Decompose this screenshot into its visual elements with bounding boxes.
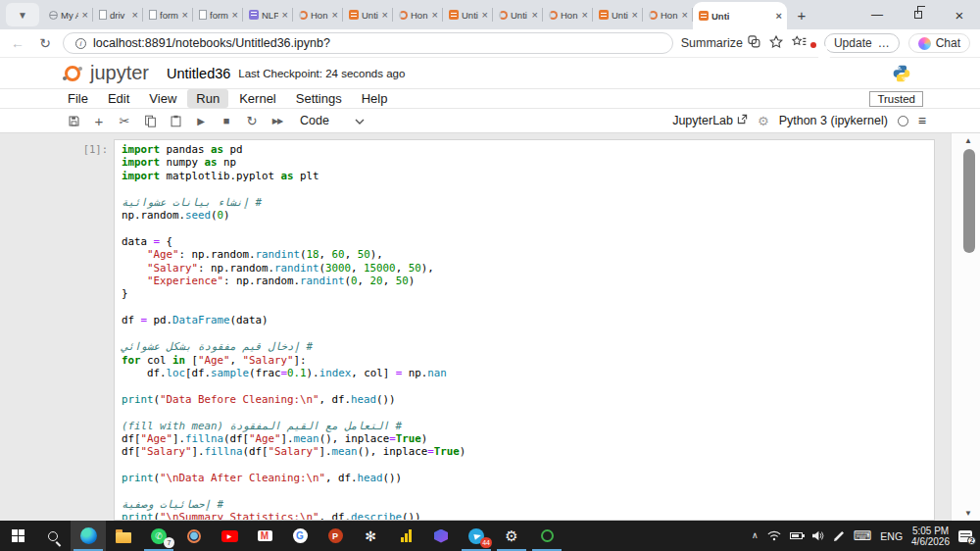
code-line[interactable]: for col in ["Age", "Salary"]:: [122, 354, 927, 367]
code-line[interactable]: df = pd.DataFrame(data): [122, 314, 927, 326]
collections-icon[interactable]: [792, 34, 807, 52]
browser-tab[interactable]: NLP×: [243, 2, 293, 27]
code-line[interactable]: }: [122, 287, 927, 300]
battery-icon[interactable]: [790, 532, 803, 539]
taskbar-recorder-app[interactable]: [529, 521, 564, 551]
scroll-down-icon[interactable]: ▼: [964, 509, 972, 518]
more-options-icon[interactable]: …: [878, 36, 890, 50]
tab-close-icon[interactable]: ×: [681, 10, 689, 21]
code-line[interactable]: df["Salary"].fillna(df["Salary"].mean(),…: [122, 445, 927, 458]
code-cell[interactable]: [1]: import pandas as pdimport numpy as …: [74, 139, 935, 521]
code-line[interactable]: [122, 485, 927, 498]
taskbar-search[interactable]: [35, 521, 71, 551]
taskbar-microsoft-365[interactable]: [423, 521, 459, 551]
run-cell-button[interactable]: ▶: [190, 111, 212, 130]
menu-run[interactable]: Run: [187, 89, 228, 108]
scroll-up-icon[interactable]: ▲: [964, 136, 972, 145]
hamburger-menu-icon[interactable]: ≡: [918, 113, 926, 128]
taskbar-powerpoint[interactable]: P: [318, 521, 353, 551]
cut-cell-button[interactable]: ✂: [114, 111, 135, 130]
browser-tab[interactable]: Hon×: [543, 2, 593, 27]
open-jupyterlab-link[interactable]: JupyterLab: [672, 114, 748, 127]
menu-edit[interactable]: Edit: [99, 89, 138, 108]
code-line[interactable]: "Salary": np.random.randint(3000, 15000,…: [122, 262, 927, 275]
code-line[interactable]: [122, 301, 927, 314]
minimize-button[interactable]: —: [857, 0, 898, 29]
restart-kernel-button[interactable]: ↻: [241, 111, 263, 130]
browser-tab[interactable]: Unti×: [493, 2, 543, 27]
taskbar-telegram[interactable]: 44: [459, 521, 494, 551]
code-line[interactable]: [122, 222, 927, 234]
copy-cell-button[interactable]: [139, 111, 161, 130]
wifi-icon[interactable]: [767, 530, 781, 541]
restart-run-all-button[interactable]: ▶▶: [267, 111, 288, 130]
taskbar-file-explorer[interactable]: [106, 521, 141, 551]
browser-tab[interactable]: My A×: [43, 2, 93, 27]
code-editor[interactable]: import pandas as pdimport numpy as npimp…: [114, 139, 935, 521]
browser-tab[interactable]: driv×: [93, 2, 143, 27]
taskbar-edge-browser[interactable]: [71, 521, 106, 551]
tab-close-icon[interactable]: ×: [775, 11, 783, 22]
touch-keyboard-icon[interactable]: ⌨: [854, 529, 872, 542]
tab-close-icon[interactable]: ×: [331, 10, 339, 21]
tab-search-button[interactable]: ▼: [6, 3, 39, 26]
code-line[interactable]: [122, 459, 927, 472]
new-tab-button[interactable]: +: [789, 2, 814, 27]
refresh-button[interactable]: ↻: [35, 35, 55, 51]
kernel-status-icon[interactable]: [898, 116, 908, 126]
action-center-button[interactable]: 2: [958, 530, 972, 542]
taskbar-gmail[interactable]: M: [247, 521, 282, 551]
update-button[interactable]: Update …: [824, 33, 900, 53]
taskbar-chatgpt[interactable]: ✻: [353, 521, 388, 551]
save-button[interactable]: [63, 111, 84, 130]
scrollbar-thumb[interactable]: [963, 149, 975, 253]
code-line[interactable]: [122, 327, 927, 340]
menu-kernel[interactable]: Kernel: [230, 89, 285, 108]
browser-tab[interactable]: Hon×: [393, 2, 443, 27]
interrupt-kernel-button[interactable]: ■: [216, 111, 237, 130]
tray-expand-icon[interactable]: ∧: [752, 531, 759, 540]
browser-tab[interactable]: Unti×: [343, 2, 393, 27]
tab-close-icon[interactable]: ×: [81, 10, 89, 21]
browser-tab[interactable]: Unti×: [593, 2, 643, 27]
tab-close-icon[interactable]: ×: [531, 10, 539, 21]
favorite-star-icon[interactable]: [769, 34, 783, 52]
browser-tab[interactable]: Hon×: [293, 2, 343, 27]
browser-tab[interactable]: form×: [143, 2, 193, 27]
code-line[interactable]: data = {: [122, 235, 927, 248]
code-line[interactable]: df.loc[df.sample(frac=0.1).index, col] =…: [122, 367, 927, 379]
code-line[interactable]: print("Data Before Cleaning:\n", df.head…: [122, 393, 927, 406]
code-line[interactable]: print("\nSummary Statistics:\n", df.desc…: [122, 511, 927, 521]
insert-cell-button[interactable]: +: [88, 111, 110, 130]
summarize-button[interactable]: Summarize: [681, 35, 760, 51]
code-line[interactable]: # إدخال قيم مفقودة بشكل عشوائي: [122, 340, 927, 353]
taskbar-google[interactable]: G: [282, 521, 318, 551]
code-line[interactable]: df["Age"].fillna(df["Age"].mean(), inpla…: [122, 432, 927, 445]
jupyter-brand[interactable]: jupyter: [90, 62, 149, 84]
taskbar-power-bi[interactable]: [388, 521, 423, 551]
code-line[interactable]: # التعامل مع القيم المفقودة (fill with m…: [122, 420, 927, 432]
notebook-title[interactable]: Untitled36: [167, 66, 230, 81]
language-indicator[interactable]: ENG: [880, 530, 903, 542]
volume-icon[interactable]: [811, 530, 824, 541]
cell-type-dropdown[interactable]: Code: [300, 114, 365, 127]
menu-view[interactable]: View: [140, 89, 185, 108]
code-line[interactable]: [122, 182, 927, 195]
trusted-button[interactable]: Trusted: [869, 91, 923, 107]
paste-cell-button[interactable]: [165, 111, 186, 130]
code-line[interactable]: print("\nData After Cleaning:\n", df.hea…: [122, 472, 927, 484]
site-info-icon[interactable]: i: [75, 38, 86, 49]
code-line[interactable]: import matplotlib.pyplot as plt: [122, 170, 927, 182]
taskbar-settings[interactable]: ⚙: [494, 521, 529, 551]
taskbar-youtube[interactable]: ▶: [212, 521, 247, 551]
code-line[interactable]: [122, 379, 927, 392]
taskbar-media-app[interactable]: [176, 521, 212, 551]
code-line[interactable]: # إحصائيات وصفية: [122, 498, 927, 511]
back-button[interactable]: ←: [8, 35, 27, 51]
tab-close-icon[interactable]: ×: [281, 10, 289, 21]
gear-icon[interactable]: ⚙: [758, 114, 769, 128]
browser-tab[interactable]: Hon×: [643, 2, 693, 27]
browser-tab[interactable]: Unti×: [443, 2, 493, 27]
code-line[interactable]: "Age": np.random.randint(18, 60, 50),: [122, 248, 927, 261]
copilot-chat-button[interactable]: Chat: [908, 33, 970, 53]
